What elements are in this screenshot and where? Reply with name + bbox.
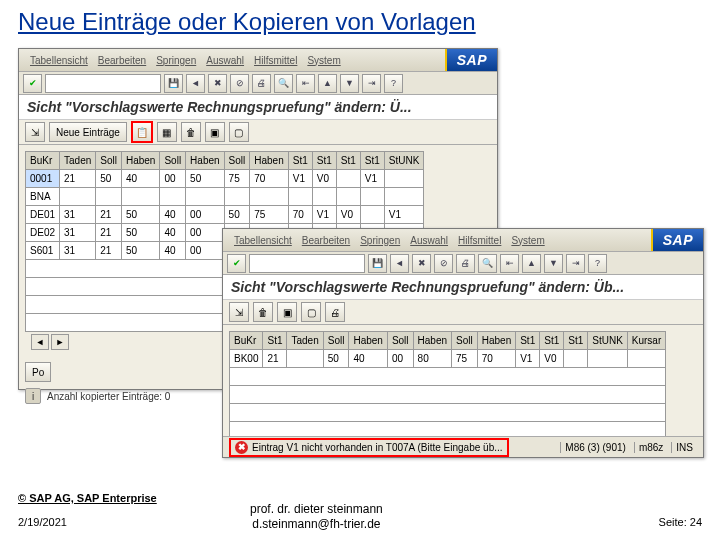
menu-item[interactable]: Hilfsmittel xyxy=(458,235,501,246)
delete-icon[interactable]: 🗑 xyxy=(253,302,273,322)
table-area: BuKr St1 Taden Soll Haben Soll Haben Sol… xyxy=(223,325,703,446)
sap-logo: SAP xyxy=(445,49,497,71)
error-icon: ✖ xyxy=(235,441,248,454)
col-header[interactable]: Haben xyxy=(477,332,515,350)
menu-item[interactable]: Tabellensicht xyxy=(30,55,88,66)
action-bar: ⇲ 🗑 ▣ ▢ 🖨 xyxy=(223,300,703,325)
col-header[interactable]: St1 xyxy=(540,332,564,350)
last-page-icon[interactable]: ⇥ xyxy=(566,254,585,273)
prev-page-icon[interactable]: ▲ xyxy=(522,254,541,273)
cancel-icon[interactable]: ⊘ xyxy=(434,254,453,273)
table-row[interactable]: BK0021504000807570V1V0 xyxy=(230,350,666,368)
col-header[interactable]: Haben xyxy=(121,152,159,170)
first-page-icon[interactable]: ⇤ xyxy=(296,74,315,93)
menu-item[interactable]: Bearbeiten xyxy=(302,235,350,246)
slide-date: 2/19/2021 xyxy=(18,516,67,528)
position-button[interactable]: Po xyxy=(25,362,51,382)
save-icon[interactable]: 💾 xyxy=(164,74,183,93)
sap-window-front: Tabellensicht Bearbeiten Springen Auswah… xyxy=(222,228,704,458)
back-icon[interactable]: ◄ xyxy=(186,74,205,93)
enter-icon[interactable]: ✔ xyxy=(23,74,42,93)
col-header[interactable]: Soll xyxy=(160,152,186,170)
menu-item[interactable]: Springen xyxy=(156,55,196,66)
action-bar: ⇲ Neue Einträge 📋 ▦ 🗑 ▣ ▢ xyxy=(19,120,497,145)
menu-item[interactable]: System xyxy=(307,55,340,66)
table-row[interactable]: DE013121504000507570V1V0V1 xyxy=(26,206,424,224)
col-header[interactable]: Haben xyxy=(349,332,387,350)
scroll-right-icon[interactable]: ► xyxy=(51,334,69,350)
col-header[interactable]: St1 xyxy=(263,332,287,350)
data-grid[interactable]: BuKr St1 Taden Soll Haben Soll Haben Sol… xyxy=(229,331,666,440)
col-header[interactable]: St1 xyxy=(288,152,312,170)
col-header[interactable]: Soll xyxy=(323,332,349,350)
find-icon[interactable]: 🔍 xyxy=(478,254,497,273)
menu-item[interactable]: Springen xyxy=(360,235,400,246)
ok-code-input[interactable] xyxy=(249,254,365,273)
delete-icon[interactable]: 🗑 xyxy=(181,122,201,142)
cancel-icon[interactable]: ⊘ xyxy=(230,74,249,93)
expand-icon[interactable]: ⇲ xyxy=(229,302,249,322)
back-icon[interactable]: ◄ xyxy=(390,254,409,273)
select-all-icon[interactable]: ▣ xyxy=(205,122,225,142)
menu-item[interactable]: Bearbeiten xyxy=(98,55,146,66)
next-page-icon[interactable]: ▼ xyxy=(340,74,359,93)
print-icon[interactable]: 🖨 xyxy=(325,302,345,322)
next-page-icon[interactable]: ▼ xyxy=(544,254,563,273)
author-block: prof. dr. dieter steinmann d.steinmann@f… xyxy=(250,502,383,532)
col-header[interactable]: StUNK xyxy=(384,152,424,170)
col-header[interactable]: StUNK xyxy=(588,332,628,350)
exit-icon[interactable]: ✖ xyxy=(208,74,227,93)
save-icon[interactable]: 💾 xyxy=(368,254,387,273)
table-row[interactable]: BNA xyxy=(26,188,424,206)
menu-item[interactable]: System xyxy=(511,235,544,246)
exit-icon[interactable]: ✖ xyxy=(412,254,431,273)
col-header[interactable]: BuKr xyxy=(230,332,263,350)
col-header[interactable]: Kursar xyxy=(627,332,665,350)
sap-logo: SAP xyxy=(651,229,703,251)
menu-item[interactable]: Auswahl xyxy=(410,235,448,246)
expand-icon[interactable]: ⇲ xyxy=(25,122,45,142)
col-header[interactable]: St1 xyxy=(336,152,360,170)
last-page-icon[interactable]: ⇥ xyxy=(362,74,381,93)
help-icon[interactable]: ? xyxy=(588,254,607,273)
col-header[interactable]: Haben xyxy=(250,152,288,170)
first-page-icon[interactable]: ⇤ xyxy=(500,254,519,273)
col-header[interactable]: Haben xyxy=(186,152,224,170)
titlebar: Tabellensicht Bearbeiten Springen Auswah… xyxy=(223,229,703,252)
table-row xyxy=(230,386,666,404)
deselect-icon[interactable]: ▢ xyxy=(229,122,249,142)
col-header[interactable]: St1 xyxy=(360,152,384,170)
tool-icon[interactable]: ▦ xyxy=(157,122,177,142)
ok-code-input[interactable] xyxy=(45,74,161,93)
print-icon[interactable]: 🖨 xyxy=(252,74,271,93)
col-header[interactable]: Soll xyxy=(387,332,413,350)
select-all-icon[interactable]: ▣ xyxy=(277,302,297,322)
print-icon[interactable]: 🖨 xyxy=(456,254,475,273)
scroll-left-icon[interactable]: ◄ xyxy=(31,334,49,350)
find-icon[interactable]: 🔍 xyxy=(274,74,293,93)
new-entries-button[interactable]: Neue Einträge xyxy=(49,122,127,142)
table-row[interactable]: 000121504000507570V1V0V1 xyxy=(26,170,424,188)
page-number: Seite: 24 xyxy=(659,516,702,528)
col-header[interactable]: Taden xyxy=(60,152,96,170)
enter-icon[interactable]: ✔ xyxy=(227,254,246,273)
copy-button[interactable]: 📋 xyxy=(131,121,153,143)
prev-page-icon[interactable]: ▲ xyxy=(318,74,337,93)
col-header[interactable]: Soll xyxy=(452,332,478,350)
col-header[interactable]: St1 xyxy=(516,332,540,350)
help-icon[interactable]: ? xyxy=(384,74,403,93)
col-header[interactable]: BuKr xyxy=(26,152,60,170)
col-header[interactable]: St1 xyxy=(564,332,588,350)
col-header[interactable]: Soll xyxy=(96,152,122,170)
col-header[interactable]: Taden xyxy=(287,332,323,350)
col-header[interactable]: Haben xyxy=(413,332,451,350)
error-message: Eintrag V1 nicht vorhanden in T007A (Bit… xyxy=(252,442,503,453)
col-header[interactable]: St1 xyxy=(312,152,336,170)
menu-item[interactable]: Hilfsmittel xyxy=(254,55,297,66)
deselect-icon[interactable]: ▢ xyxy=(301,302,321,322)
col-header[interactable]: Soll xyxy=(224,152,250,170)
screen-subtitle: Sicht "Vorschlagswerte Rechnungspruefung… xyxy=(19,95,497,120)
menu-item[interactable]: Tabellensicht xyxy=(234,235,292,246)
toolbar: ✔ 💾 ◄ ✖ ⊘ 🖨 🔍 ⇤ ▲ ▼ ⇥ ? xyxy=(223,252,703,275)
menu-item[interactable]: Auswahl xyxy=(206,55,244,66)
